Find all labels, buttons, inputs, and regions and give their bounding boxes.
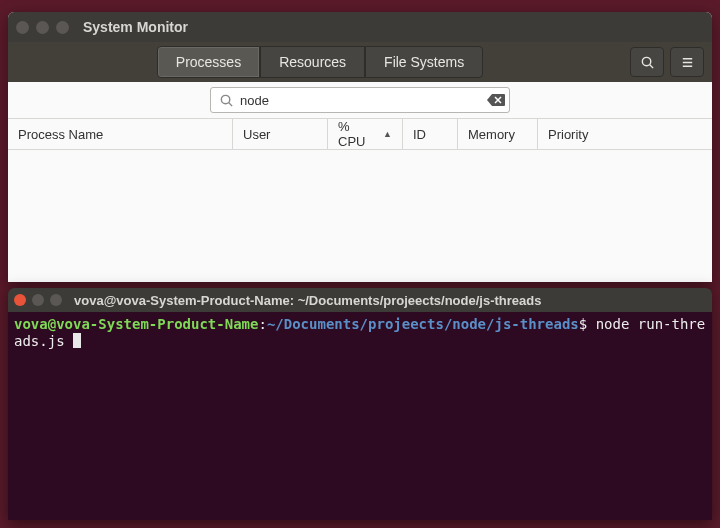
search-input[interactable] bbox=[240, 93, 487, 108]
col-memory[interactable]: Memory bbox=[458, 119, 538, 149]
prompt-userhost: vova@vova-System-Product-Name bbox=[14, 316, 258, 332]
col-process-name[interactable]: Process Name bbox=[8, 119, 233, 149]
maximize-icon[interactable] bbox=[56, 21, 69, 34]
maximize-icon[interactable] bbox=[50, 294, 62, 306]
tab-resources[interactable]: Resources bbox=[260, 46, 365, 78]
process-list bbox=[8, 150, 712, 282]
window-title: System Monitor bbox=[83, 19, 188, 35]
column-headers: Process Name User % CPU ▲ ID Memory Prio… bbox=[8, 118, 712, 150]
sm-toolbar: Processes Resources File Systems bbox=[8, 42, 712, 82]
prompt-separator: : bbox=[258, 316, 266, 332]
sort-ascending-icon: ▲ bbox=[383, 129, 392, 139]
svg-line-1 bbox=[649, 64, 652, 67]
search-bar bbox=[8, 82, 712, 118]
search-icon bbox=[219, 93, 234, 108]
view-tabs: Processes Resources File Systems bbox=[157, 46, 483, 78]
col-cpu-label: % CPU bbox=[338, 119, 379, 149]
col-priority[interactable]: Priority bbox=[538, 119, 712, 149]
close-icon[interactable] bbox=[14, 294, 26, 306]
sm-titlebar[interactable]: System Monitor bbox=[8, 12, 712, 42]
prompt-path: ~/Documents/projeects/node/js-threads bbox=[267, 316, 579, 332]
prompt-dollar: $ bbox=[579, 316, 587, 332]
system-monitor-window: System Monitor Processes Resources File … bbox=[8, 12, 712, 282]
col-cpu[interactable]: % CPU ▲ bbox=[328, 119, 403, 149]
hamburger-icon bbox=[680, 55, 695, 70]
tab-processes[interactable]: Processes bbox=[157, 46, 260, 78]
svg-point-5 bbox=[221, 95, 229, 103]
terminal-title: vova@vova-System-Product-Name: ~/Documen… bbox=[74, 293, 541, 308]
close-icon[interactable] bbox=[16, 21, 29, 34]
clear-search-icon[interactable] bbox=[487, 93, 505, 107]
term-titlebar[interactable]: vova@vova-System-Product-Name: ~/Documen… bbox=[8, 288, 712, 312]
window-controls bbox=[14, 294, 62, 306]
menu-button[interactable] bbox=[670, 47, 704, 77]
tab-filesystems[interactable]: File Systems bbox=[365, 46, 483, 78]
search-button[interactable] bbox=[630, 47, 664, 77]
minimize-icon[interactable] bbox=[36, 21, 49, 34]
search-icon bbox=[640, 55, 655, 70]
terminal-window: vova@vova-System-Product-Name: ~/Documen… bbox=[8, 288, 712, 520]
cursor-icon bbox=[73, 333, 81, 348]
col-id[interactable]: ID bbox=[403, 119, 458, 149]
search-box bbox=[210, 87, 510, 113]
svg-point-0 bbox=[642, 57, 650, 65]
col-user[interactable]: User bbox=[233, 119, 328, 149]
minimize-icon[interactable] bbox=[32, 294, 44, 306]
svg-line-6 bbox=[229, 102, 232, 105]
terminal-body[interactable]: vova@vova-System-Product-Name:~/Document… bbox=[8, 312, 712, 520]
window-controls bbox=[16, 21, 69, 34]
